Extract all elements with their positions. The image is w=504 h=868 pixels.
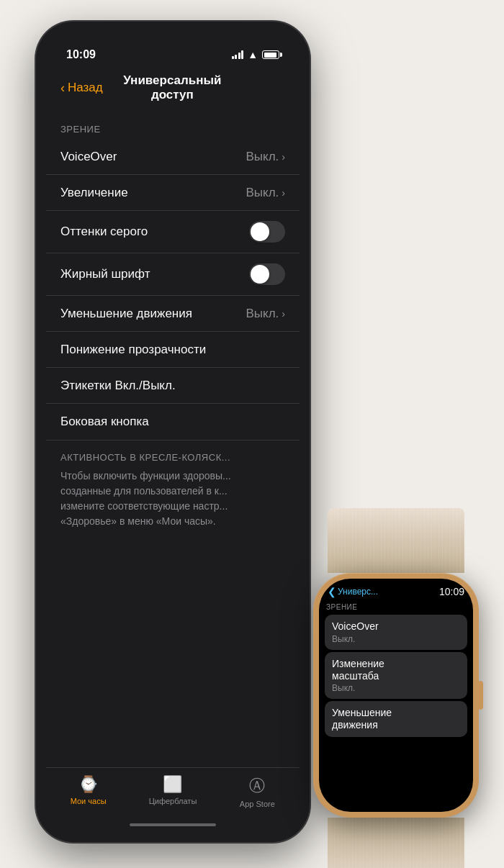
watch-reduce-motion-label: Уменьшениедвижения (332, 707, 460, 731)
watch-back-button[interactable]: ❮ Универс... (328, 586, 378, 597)
bold-font-row[interactable]: Жирный шрифт (46, 253, 300, 296)
tab-my-watch[interactable]: ⌚ Мои часы (46, 775, 130, 805)
reduce-motion-status: Выкл. (246, 307, 279, 321)
bold-font-label: Жирный шрифт (60, 267, 150, 281)
vision-settings-group: VoiceOver Выкл. › Увеличение Выкл. › (46, 139, 300, 440)
watch-screen: ❮ Универс... 10:09 ЗРЕНИЕ VoiceOver Выкл… (319, 579, 473, 812)
back-button[interactable]: ‹ Назад (60, 81, 103, 96)
back-label: Назад (68, 81, 103, 95)
watch-zoom-label: Изменениемасштаба (332, 658, 460, 682)
zoom-status: Выкл. (246, 186, 279, 200)
reduce-transparency-row[interactable]: Понижение прозрачности (46, 332, 300, 368)
labels-row[interactable]: Этикетки Вкл./Выкл. (46, 368, 300, 404)
watch-faces-label: Циферблаты (149, 797, 197, 805)
zoom-value: Выкл. › (246, 186, 285, 200)
watch-voiceover-row[interactable]: VoiceOver Выкл. (325, 615, 467, 650)
wifi-icon: ▲ (248, 49, 258, 60)
bold-font-toggle[interactable] (249, 263, 285, 285)
side-button-row[interactable]: Боковая кнопка (46, 404, 300, 440)
reduce-motion-value: Выкл. › (246, 307, 285, 321)
side-button-label: Боковая кнопка (60, 415, 149, 429)
my-watch-label: Мои часы (71, 797, 107, 805)
watch-crown[interactable] (477, 681, 483, 710)
home-indicator (130, 823, 216, 826)
status-time: 10:09 (66, 48, 96, 61)
voiceover-value: Выкл. › (246, 150, 285, 164)
tab-watch-faces[interactable]: ⬜ Циферблаты (130, 775, 215, 805)
app-store-label: App Store (240, 800, 275, 808)
voiceover-chevron-icon: › (282, 151, 285, 163)
watch-faces-icon: ⬜ (163, 775, 182, 794)
watch-reduce-motion-row[interactable]: Уменьшениедвижения (325, 701, 467, 737)
content-area: ЗРЕНИЕ VoiceOver Выкл. › Увеличение (46, 111, 300, 598)
activity-section: АКТИВНОСТЬ В КРЕСЛЕ-КОЛЯСК... Чтобы вклю… (46, 440, 300, 541)
grayscale-toggle[interactable] (249, 221, 285, 243)
notch (119, 32, 227, 52)
watch-zoom-row[interactable]: Изменениемасштаба Выкл. (325, 652, 467, 700)
activity-section-header: АКТИВНОСТЬ В КРЕСЛЕ-КОЛЯСК... (60, 452, 285, 463)
watch-band-bottom (328, 818, 464, 868)
iphone-screen: 10:09 ▲ ‹ На (46, 32, 300, 832)
iphone-device: 10:09 ▲ ‹ На (36, 22, 310, 842)
apple-watch: ❮ Универс... 10:09 ЗРЕНИЕ VoiceOver Выкл… (302, 551, 490, 839)
nav-bar: ‹ Назад Универсальный доступ (46, 68, 300, 111)
watch-band-top (328, 508, 464, 573)
zoom-row[interactable]: Увеличение Выкл. › (46, 175, 300, 211)
bold-font-toggle-thumb (251, 265, 269, 284)
battery-icon (262, 50, 279, 59)
watch-section-header: ЗРЕНИЕ (319, 600, 473, 612)
watch-time: 10:09 (439, 586, 464, 597)
grayscale-row[interactable]: Оттенки серого (46, 211, 300, 253)
reduce-motion-label: Уменьшение движения (60, 307, 192, 321)
reduce-transparency-label: Понижение прозрачности (60, 343, 206, 357)
back-arrow-icon: ‹ (60, 81, 65, 96)
page-title: Универсальный доступ (103, 73, 242, 102)
grayscale-label: Оттенки серого (60, 225, 148, 239)
watch-voiceover-label: VoiceOver (332, 620, 460, 633)
grayscale-toggle-thumb (251, 222, 269, 241)
watch-back-arrow-icon: ❮ (328, 586, 336, 597)
my-watch-icon: ⌚ (78, 775, 98, 794)
vision-section-header: ЗРЕНИЕ (46, 111, 300, 139)
voiceover-label: VoiceOver (60, 150, 117, 164)
tab-app-store[interactable]: Ⓐ App Store (215, 775, 300, 808)
watch-voiceover-value: Выкл. (332, 634, 460, 644)
labels-label: Этикетки Вкл./Выкл. (60, 379, 176, 393)
watch-body: ❮ Универс... 10:09 ЗРЕНИЕ VoiceOver Выкл… (313, 573, 479, 818)
activity-info-text: Чтобы включить функции здоровы... создан… (60, 469, 285, 529)
status-icons: ▲ (232, 49, 279, 60)
voiceover-status: Выкл. (246, 150, 279, 164)
watch-zoom-value: Выкл. (332, 683, 460, 693)
reduce-motion-row[interactable]: Уменьшение движения Выкл. › (46, 296, 300, 332)
voiceover-row[interactable]: VoiceOver Выкл. › (46, 139, 300, 175)
tab-bar: ⌚ Мои часы ⬜ Циферблаты Ⓐ App Store (46, 767, 300, 832)
signal-icon (232, 50, 244, 59)
zoom-chevron-icon: › (282, 187, 285, 199)
zoom-label: Увеличение (60, 186, 128, 200)
watch-nav-title: Универс... (338, 587, 378, 597)
reduce-motion-chevron-icon: › (282, 308, 285, 320)
watch-status-bar: ❮ Универс... 10:09 (319, 579, 473, 600)
app-store-icon: Ⓐ (249, 775, 265, 797)
